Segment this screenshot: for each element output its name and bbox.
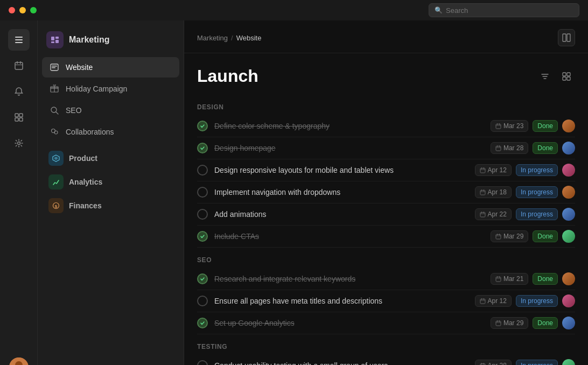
grid-view-button[interactable] (558, 68, 575, 85)
svg-rect-74 (496, 321, 501, 326)
page-title: Launch (197, 66, 258, 86)
status-badge: Done (533, 273, 558, 285)
task-meta: Mar 23Done (491, 120, 575, 132)
task-checkbox[interactable] (197, 209, 208, 220)
user-section (9, 357, 29, 365)
maximize-button[interactable] (30, 7, 37, 13)
sidebar-group-analytics[interactable]: Analytics (38, 170, 184, 194)
bell-nav-icon[interactable] (8, 81, 30, 102)
task-meta: Apr 18In progress (475, 186, 575, 199)
svg-point-28 (54, 131, 58, 134)
sidebar-item-holiday[interactable]: Holiday Campaign (42, 79, 179, 99)
analytics-group-label: Analytics (69, 178, 102, 186)
svg-rect-62 (496, 234, 501, 239)
puzzle-nav-icon[interactable] (8, 107, 30, 128)
avatar[interactable] (9, 357, 29, 365)
minimize-button[interactable] (19, 7, 26, 13)
task-row[interactable]: Add animations Apr 22In progress (197, 203, 575, 226)
svg-rect-70 (480, 299, 485, 304)
gear-nav-icon[interactable] (8, 132, 30, 154)
avatar (562, 186, 575, 199)
task-checkbox[interactable] (197, 165, 208, 176)
calendar-nav-icon[interactable] (8, 55, 30, 76)
task-text: Ensure all pages have meta titles and de… (214, 297, 468, 305)
sidebar-item-website[interactable]: Website (42, 57, 179, 78)
task-date: Apr 12 (475, 295, 512, 307)
svg-rect-58 (480, 212, 485, 217)
svg-rect-21 (52, 67, 55, 68)
content-header: Marketing / Website (184, 20, 588, 53)
svg-rect-18 (51, 41, 54, 43)
task-checkbox[interactable] (197, 187, 208, 198)
task-row[interactable]: Ensure all pages have meta titles and de… (197, 290, 575, 312)
task-row[interactable]: Set up Google Analytics Mar 29Done (197, 312, 575, 334)
close-button[interactable] (9, 7, 15, 13)
status-badge: In progress (516, 360, 558, 365)
svg-rect-7 (15, 114, 18, 117)
breadcrumb-current: Website (236, 34, 262, 42)
svg-rect-20 (52, 66, 57, 67)
search-bar[interactable]: 🔍 (429, 3, 579, 17)
task-text: Include CTAs (214, 232, 484, 241)
task-date: Apr 12 (475, 164, 512, 176)
project-header[interactable]: Marketing (38, 27, 184, 57)
breadcrumb-parent: Marketing (197, 34, 228, 42)
task-meta: Apr 28In progress (475, 359, 575, 365)
task-row[interactable]: Include CTAs Mar 29Done (197, 226, 575, 248)
avatar (562, 208, 575, 221)
task-checkbox[interactable] (197, 318, 208, 328)
task-date: Apr 22 (475, 208, 512, 220)
task-row[interactable]: Research and integrate relevant keywords… (197, 268, 575, 290)
avatar (562, 230, 575, 243)
task-row[interactable]: Design responsive layouts for mobile and… (197, 159, 575, 181)
svg-text:$: $ (55, 204, 58, 209)
svg-rect-0 (15, 37, 23, 38)
task-date: Apr 18 (475, 186, 512, 198)
task-checkbox[interactable] (197, 273, 208, 284)
task-checkbox[interactable] (197, 143, 208, 153)
task-text: Research and integrate relevant keywords (214, 275, 484, 283)
svg-rect-1 (15, 39, 23, 40)
layout-panel-button[interactable] (558, 29, 575, 46)
task-checkbox[interactable] (197, 121, 208, 131)
collab-icon (48, 126, 60, 138)
svg-rect-41 (567, 77, 570, 80)
sidebar-group-finances[interactable]: $ Finances (38, 194, 184, 217)
task-text: Design homepage (214, 144, 484, 152)
svg-rect-38 (563, 73, 566, 76)
sidebar-item-seo[interactable]: SEO (42, 100, 179, 121)
task-checkbox[interactable] (197, 231, 208, 242)
sidebar-group-product[interactable]: Product (38, 146, 184, 170)
task-date: Mar 23 (491, 120, 528, 132)
finances-group-icon: $ (48, 198, 64, 213)
task-meta: Mar 29Done (491, 230, 575, 243)
task-text: Implement navigation with dropdowns (214, 188, 468, 196)
search-icon: 🔍 (435, 6, 443, 14)
section-label-2: Testing (197, 343, 575, 350)
svg-rect-66 (496, 277, 501, 282)
task-row[interactable]: Design homepage Mar 28Done (197, 137, 575, 159)
task-date: Mar 29 (491, 317, 528, 329)
sidebar-groups: Product Analytics $ Finances (38, 146, 184, 217)
content-title-bar: Launch (184, 53, 588, 95)
sidebar-item-collaborations[interactable]: Collaborations (42, 122, 179, 142)
avatar (562, 164, 575, 177)
sidebar-label-holiday: Holiday Campaign (66, 85, 127, 93)
task-checkbox[interactable] (197, 360, 208, 365)
section-label-0: Design (197, 103, 575, 111)
task-row[interactable]: Implement navigation with dropdowns Apr … (197, 181, 575, 203)
project-sidebar: Marketing Website (38, 20, 184, 365)
svg-rect-42 (496, 124, 501, 129)
list-nav-icon[interactable] (8, 29, 30, 51)
sidebar-label-seo: SEO (66, 106, 82, 115)
task-meta: Mar 28Done (491, 142, 575, 155)
task-text: Conduct usability testing with a small g… (214, 361, 468, 365)
task-checkbox[interactable] (197, 296, 208, 306)
task-text: Design responsive layouts for mobile and… (214, 166, 468, 174)
task-row[interactable]: Conduct usability testing with a small g… (197, 355, 575, 365)
search-input[interactable] (446, 6, 573, 15)
finances-group-label: Finances (69, 201, 102, 210)
filter-button[interactable] (536, 68, 554, 85)
task-row[interactable]: Define color scheme & typography Mar 23D… (197, 115, 575, 137)
task-meta: Apr 12In progress (475, 294, 575, 307)
